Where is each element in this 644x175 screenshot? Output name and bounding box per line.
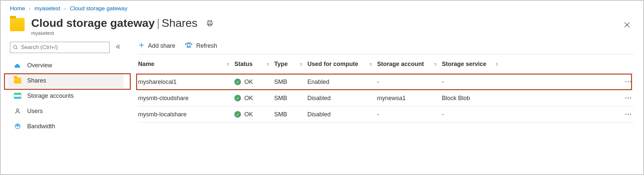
- close-button[interactable]: [623, 21, 631, 30]
- title-main: Cloud storage gateway: [31, 17, 155, 29]
- row-menu-button[interactable]: ···: [503, 106, 634, 123]
- sidebar-item-shares[interactable]: Shares: [7, 73, 123, 88]
- svg-point-7: [17, 109, 19, 111]
- cell-name[interactable]: mysharelocal1: [138, 74, 234, 90]
- sort-icon: ↑↓: [299, 61, 301, 67]
- cell-type: SMB: [274, 74, 307, 90]
- button-label: Refresh: [196, 42, 217, 49]
- main-content: Add share Refresh Name↑↓ Status↑↓ Type↑↓…: [123, 42, 643, 175]
- page-header: Cloud storage gateway | Shares myasetest: [1, 16, 643, 36]
- row-menu-button[interactable]: ···: [503, 90, 634, 106]
- cell-compute: Disabled: [307, 90, 377, 106]
- user-icon: [14, 107, 21, 115]
- sort-icon: ↑↓: [434, 61, 436, 67]
- cell-type: SMB: [274, 106, 307, 123]
- plus-icon: [138, 42, 145, 50]
- cell-account: -: [377, 106, 442, 123]
- title-separator: |: [157, 17, 160, 29]
- cell-compute: Enabled: [307, 74, 377, 90]
- sidebar-item-label: Bandwidth: [27, 123, 55, 130]
- chevron-right-icon: ›: [28, 6, 31, 11]
- sidebar-item-label: Users: [27, 108, 43, 115]
- column-header-name[interactable]: Name↑↓: [138, 54, 234, 74]
- sidebar-item-bandwidth[interactable]: Bandwidth: [7, 119, 123, 134]
- cell-name[interactable]: mysmb-cloudshare: [138, 90, 234, 106]
- cell-service: Block Blob: [442, 90, 503, 106]
- sidebar-item-users[interactable]: Users: [7, 103, 123, 119]
- sidebar-item-label: Shares: [27, 77, 46, 84]
- shares-table: Name↑↓ Status↑↓ Type↑↓ Used for compute↑…: [138, 54, 634, 123]
- title-sub: Shares: [162, 17, 198, 29]
- sidebar-item-label: Storage accounts: [27, 92, 74, 99]
- print-icon[interactable]: [206, 17, 213, 29]
- cell-status: ✓OK: [234, 90, 274, 106]
- cell-compute: Disabled: [307, 106, 377, 123]
- collapse-sidebar-button[interactable]: [115, 44, 121, 51]
- svg-point-9: [17, 126, 18, 127]
- cell-service: -: [442, 74, 503, 90]
- ok-icon: ✓: [234, 111, 241, 118]
- sort-icon: ↑↓: [369, 61, 371, 67]
- column-header-compute[interactable]: Used for compute↑↓: [307, 54, 377, 74]
- cell-account: mynewsa1: [377, 90, 442, 106]
- table-row[interactable]: mysmb-cloudshare✓OKSMBDisabledmynewsa1Bl…: [138, 90, 634, 106]
- sort-icon: ↑↓: [495, 61, 497, 67]
- row-menu-button[interactable]: ···: [503, 74, 634, 90]
- search-icon: [13, 45, 18, 50]
- sort-icon: ↑↓: [266, 61, 268, 67]
- cell-type: SMB: [274, 90, 307, 106]
- button-label: Add share: [148, 42, 175, 49]
- cell-name[interactable]: mysmb-localshare: [138, 106, 234, 123]
- cell-status: ✓OK: [234, 74, 274, 90]
- resource-name: myasetest: [31, 30, 213, 36]
- column-header-type[interactable]: Type↑↓: [274, 54, 307, 74]
- storage-icon: [14, 93, 21, 99]
- add-share-button[interactable]: Add share: [138, 42, 175, 50]
- svg-point-5: [14, 45, 17, 48]
- column-header-account[interactable]: Storage account↑↓: [377, 54, 442, 74]
- table-row[interactable]: mysharelocal1✓OKSMBEnabled--···: [138, 74, 634, 90]
- column-header-service[interactable]: Storage service↑↓: [442, 54, 503, 74]
- bandwidth-icon: [14, 123, 21, 130]
- breadcrumb-link-resource[interactable]: myasetest: [35, 5, 60, 12]
- breadcrumb: Home › myasetest › Cloud storage gateway: [1, 1, 643, 16]
- sidebar-item-label: Overview: [27, 62, 52, 69]
- sidebar-item-storage-accounts[interactable]: Storage accounts: [7, 88, 123, 103]
- search-input[interactable]: [20, 44, 107, 51]
- ok-icon: ✓: [234, 95, 241, 101]
- breadcrumb-link-current[interactable]: Cloud storage gateway: [70, 5, 127, 12]
- column-header-status[interactable]: Status↑↓: [234, 54, 274, 74]
- sidebar: Overview Shares Storage accounts Users: [7, 42, 123, 175]
- refresh-icon: [185, 42, 193, 50]
- table-row[interactable]: mysmb-localshare✓OKSMBDisabled--···: [138, 106, 634, 123]
- cloud-icon: [14, 62, 21, 69]
- breadcrumb-link-home[interactable]: Home: [10, 5, 25, 12]
- refresh-button[interactable]: Refresh: [185, 42, 217, 50]
- folder-icon: [10, 18, 25, 31]
- cell-account: -: [377, 74, 442, 90]
- ok-icon: ✓: [234, 79, 241, 85]
- cell-service: -: [442, 106, 503, 123]
- search-input-wrapper[interactable]: [10, 42, 110, 53]
- folder-icon: [14, 78, 21, 84]
- sidebar-item-overview[interactable]: Overview: [7, 58, 123, 73]
- sort-icon: ↑↓: [226, 61, 228, 67]
- chevron-right-icon: ›: [64, 6, 67, 11]
- cell-status: ✓OK: [234, 106, 274, 123]
- svg-line-6: [16, 48, 17, 49]
- page-title: Cloud storage gateway | Shares: [31, 17, 213, 29]
- toolbar: Add share Refresh: [138, 42, 634, 54]
